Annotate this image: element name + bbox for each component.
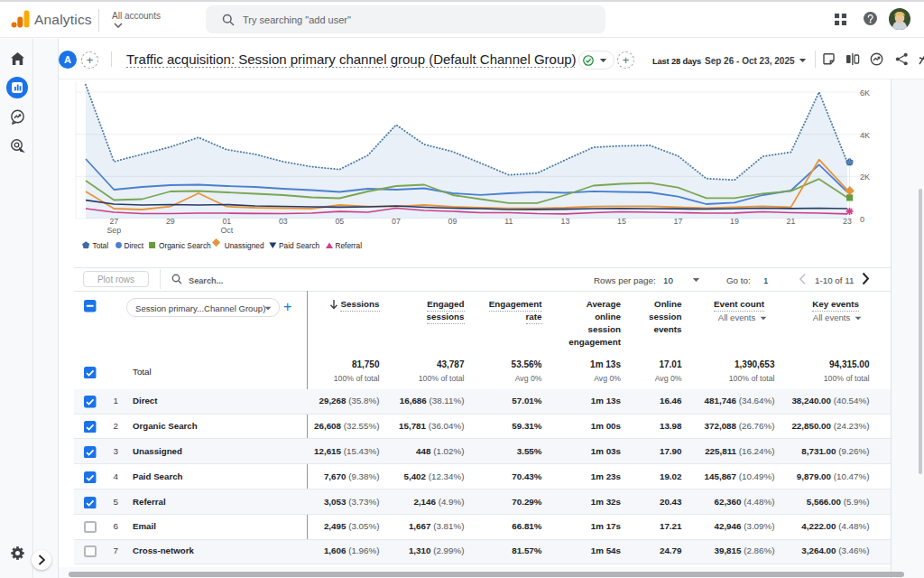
svg-text:Unassigned: Unassigned [225, 241, 264, 250]
svg-text:11: 11 [504, 217, 513, 226]
svg-text:6K: 6K [860, 89, 870, 98]
svg-text:15: 15 [617, 217, 626, 226]
svg-text:19: 19 [730, 217, 739, 226]
svg-text:Oct: Oct [220, 226, 233, 235]
svg-text:03: 03 [279, 217, 288, 226]
svg-text:Direct: Direct [124, 241, 143, 250]
svg-text:07: 07 [392, 217, 401, 226]
svg-text:4K: 4K [860, 131, 870, 140]
svg-text:2K: 2K [860, 172, 870, 182]
svg-text:Sep: Sep [106, 226, 121, 235]
svg-text:27: 27 [109, 217, 118, 226]
svg-text:13: 13 [561, 217, 570, 226]
svg-text:23: 23 [843, 217, 852, 226]
svg-text:Organic Search: Organic Search [159, 241, 211, 250]
svg-text:01: 01 [222, 217, 231, 226]
svg-text:Referral: Referral [336, 241, 363, 250]
svg-text:17: 17 [674, 217, 683, 226]
svg-text:29: 29 [166, 217, 175, 226]
svg-text:Total: Total [93, 241, 109, 250]
svg-text:0: 0 [860, 215, 864, 224]
svg-text:21: 21 [787, 217, 796, 226]
svg-text:Paid Search: Paid Search [279, 241, 320, 250]
svg-text:05: 05 [335, 217, 344, 226]
svg-text:09: 09 [448, 217, 457, 226]
